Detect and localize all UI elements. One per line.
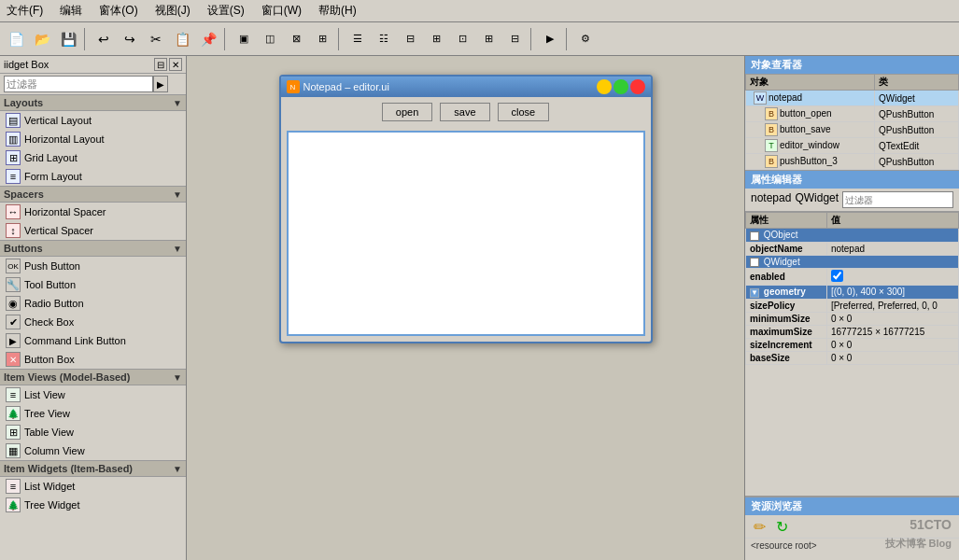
toolbar-breaklayout[interactable]: ⊞ <box>476 27 501 51</box>
table-row[interactable]: baseSize 0 × 0 <box>746 351 959 364</box>
toolbar-sep-2 <box>224 28 228 50</box>
section-spacers[interactable]: Spacers ▼ <box>0 186 186 203</box>
menu-help[interactable]: 帮助(H) <box>316 2 360 20</box>
table-row[interactable]: enabled <box>746 269 959 286</box>
menu-edit[interactable]: 编辑 <box>57 2 85 20</box>
table-row[interactable]: sizeIncrement 0 × 0 <box>746 338 959 351</box>
widget-item-horizontal-layout-label: Horizontal Layout <box>24 133 105 145</box>
toolbar-hlayout[interactable]: ☰ <box>346 27 370 51</box>
widget-item-vertical-spacer[interactable]: ↕ Vertical Spacer <box>0 221 186 240</box>
widget-item-push-button[interactable]: OK Push Button <box>0 257 186 275</box>
toolbar-arrange[interactable]: ◫ <box>258 27 282 51</box>
section-layouts-arrow: ▼ <box>173 98 182 108</box>
menu-file[interactable]: 文件(F) <box>4 2 46 20</box>
obj-name-notepad: Wnotepad <box>746 91 875 106</box>
qwidget-expand[interactable]: ▼ <box>750 258 759 267</box>
qobject-expand[interactable]: ▼ <box>750 231 759 241</box>
notepad-close-btn[interactable] <box>630 79 645 94</box>
widget-item-form-layout[interactable]: ≡ Form Layout <box>0 167 186 186</box>
table-row[interactable]: maximumSize 16777215 × 16777215 <box>746 325 959 338</box>
section-item-views[interactable]: Item Views (Model-Based) ▼ <box>0 369 186 385</box>
prop-sizeincrement-value: 0 × 0 <box>826 338 958 351</box>
toolbar-preview[interactable]: ▶ <box>538 27 562 51</box>
widget-item-form-layout-label: Form Layout <box>24 171 82 182</box>
column-view-icon: ▦ <box>6 443 21 458</box>
filter-input[interactable] <box>4 76 153 92</box>
notepad-open-btn[interactable]: open <box>382 103 432 121</box>
toolbar-redo[interactable]: ↪ <box>118 27 142 51</box>
toolbar-copy[interactable]: 📋 <box>170 27 194 51</box>
toolbar-new[interactable]: 📄 <box>4 27 28 51</box>
widget-item-tool-button[interactable]: 🔧 Tool Button <box>0 275 186 294</box>
menu-settings[interactable]: 设置(S) <box>204 2 247 20</box>
toolbar-splitv[interactable]: ⊞ <box>424 27 448 51</box>
resource-root: <resource root> <box>745 539 959 553</box>
prop-filter-input[interactable] <box>842 191 953 208</box>
menu-view[interactable]: 视图(J) <box>152 2 193 20</box>
widget-item-list-view[interactable]: ≡ List View <box>0 385 186 404</box>
table-row[interactable]: sizePolicy [Preferred, Preferred, 0, 0 <box>746 299 959 312</box>
notepad-save-btn[interactable]: save <box>440 103 489 121</box>
toolbar-adjust[interactable]: ⊟ <box>502 27 527 51</box>
toolbar-settings[interactable]: ⚙ <box>573 27 598 51</box>
widget-item-column-view[interactable]: ▦ Column View <box>0 441 186 460</box>
obj-class-button-save: QPushButton <box>874 122 958 138</box>
resource-reload-btn[interactable]: ↻ <box>771 517 792 536</box>
resource-edit-btn[interactable]: ✏ <box>749 517 769 536</box>
notepad-minimize-btn[interactable] <box>597 79 612 94</box>
table-row[interactable]: Bbutton_open QPushButton <box>746 106 959 122</box>
widget-item-vertical-layout[interactable]: ▤ Vertical Layout <box>0 111 186 130</box>
widget-item-tree-widget[interactable]: 🌲 Tree Widget <box>0 496 186 514</box>
center-area[interactable]: N Notepad – editor.ui open save close <box>187 56 744 560</box>
table-row[interactable]: minimumSize 0 × 0 <box>746 312 959 325</box>
widget-box-close-btn[interactable]: ✕ <box>169 58 182 71</box>
widget-item-list-widget[interactable]: ≡ List Widget <box>0 477 186 496</box>
notepad-close-content-btn[interactable]: close <box>498 103 550 121</box>
filter-clear-btn[interactable]: ▶ <box>153 76 168 92</box>
toolbar-grid[interactable]: ⊞ <box>310 27 334 51</box>
toolbar-open[interactable]: 📂 <box>30 27 54 51</box>
prop-enabled-value <box>826 269 958 286</box>
prop-objectname-value: notepad <box>826 242 958 255</box>
table-row[interactable]: ▼ geometry [(0, 0), 400 × 300] <box>746 286 959 300</box>
widget-item-check-box[interactable]: ✔ Check Box <box>0 313 186 331</box>
widget-item-table-view[interactable]: ⊞ Table View <box>0 423 186 441</box>
widget-box-controls: ⊟ ✕ <box>154 58 182 71</box>
table-row[interactable]: Bbutton_save QPushButton <box>746 122 959 138</box>
widget-item-push-button-label: Push Button <box>24 260 80 272</box>
widget-item-tree-view[interactable]: 🌲 Tree View <box>0 404 186 423</box>
widget-item-horizontal-layout[interactable]: ▥ Horizontal Layout <box>0 130 186 148</box>
toolbar-save[interactable]: 💾 <box>56 27 80 51</box>
toolbar-undo[interactable]: ↩ <box>92 27 116 51</box>
section-item-widgets[interactable]: Item Widgets (Item-Based) ▼ <box>0 460 186 477</box>
toolbar-break[interactable]: ⊠ <box>284 27 308 51</box>
resource-browser-title: 资源浏览器 <box>745 497 959 515</box>
notepad-maximize-btn[interactable] <box>613 79 628 94</box>
widget-item-command-link-button[interactable]: ▶ Command Link Button <box>0 331 186 350</box>
widget-item-button-box[interactable]: ✕ Button Box <box>0 350 186 369</box>
notepad-editor-area[interactable] <box>287 131 645 336</box>
prop-section-qwidget: ▼ QWidget <box>746 255 959 269</box>
menu-window[interactable]: 窗口(W) <box>259 2 304 20</box>
table-row[interactable]: Teditor_window QTextEdit <box>746 138 959 154</box>
widget-item-grid-layout[interactable]: ⊞ Grid Layout <box>0 148 186 167</box>
toolbar-paste[interactable]: 📌 <box>196 27 220 51</box>
obj-class-notepad: QWidget <box>874 91 958 106</box>
toolbar-splith[interactable]: ⊟ <box>398 27 422 51</box>
section-layouts[interactable]: Layouts ▼ <box>0 94 186 111</box>
widget-box-float-btn[interactable]: ⊟ <box>154 58 167 71</box>
menu-form[interactable]: 窗体(O) <box>96 2 140 20</box>
toolbar-formlayout[interactable]: ⊡ <box>450 27 474 51</box>
prop-basesize-value: 0 × 0 <box>826 351 958 364</box>
toolbar-vlayout[interactable]: ☷ <box>372 27 396 51</box>
widget-icon: W <box>754 91 767 105</box>
widget-item-horizontal-spacer[interactable]: ↔ Horizontal Spacer <box>0 203 186 221</box>
geometry-expand[interactable]: ▼ <box>750 288 759 298</box>
toolbar-cut[interactable]: ✂ <box>144 27 168 51</box>
table-row[interactable]: objectName notepad <box>746 242 959 255</box>
section-buttons[interactable]: Buttons ▼ <box>0 240 186 257</box>
toolbar-widget[interactable]: ▣ <box>232 27 256 51</box>
table-row[interactable]: Wnotepad QWidget <box>746 91 959 106</box>
table-row[interactable]: BpushButton_3 QPushButton <box>746 154 959 170</box>
widget-item-radio-button[interactable]: ◉ Radio Button <box>0 294 186 313</box>
